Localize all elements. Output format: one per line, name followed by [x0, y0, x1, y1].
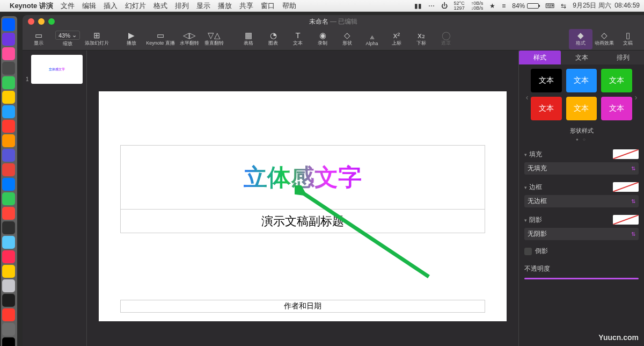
app-name[interactable]: Keynote 讲演 [10, 1, 53, 11]
menu-items: 文件 编辑 插入 幻灯片 格式 排列 显示 播放 共享 窗口 帮助 [61, 1, 296, 11]
tab-arrange[interactable]: 排列 [602, 51, 644, 64]
keyboard-icon[interactable]: ⌨ [545, 2, 554, 10]
fill-preview[interactable] [613, 149, 639, 159]
menu-format[interactable]: 格式 [153, 1, 167, 11]
status-icon[interactable]: ⏻ [441, 2, 448, 10]
border-preview[interactable] [613, 182, 639, 192]
menu-play[interactable]: 播放 [218, 1, 232, 11]
live-button[interactable]: ▭Keynote 直播 [144, 29, 177, 49]
tab-text[interactable]: 文本 [561, 51, 603, 64]
chevron-left-icon[interactable]: ‹ [524, 93, 530, 102]
dock-app-icon[interactable] [2, 62, 15, 75]
document-button[interactable]: ▯文稿 [616, 29, 640, 49]
subscript-button[interactable]: x₂下标 [409, 29, 433, 49]
dock-app-icon[interactable] [2, 134, 15, 147]
reflection-checkbox[interactable] [524, 248, 532, 255]
shape-button[interactable]: ◇形状 [335, 29, 359, 49]
dock-app-icon[interactable] [2, 149, 15, 162]
dock-app-icon[interactable] [2, 91, 15, 104]
shadow-select[interactable]: 无阴影⇅ [524, 228, 639, 240]
dock-app-icon[interactable] [2, 294, 15, 307]
status-icon[interactable]: ⋯ [428, 2, 435, 10]
menu-share[interactable]: 共享 [239, 1, 253, 11]
mac-menubar: Keynote 讲演 文件 编辑 插入 幻灯片 格式 排列 显示 播放 共享 窗… [0, 0, 644, 12]
menu-icon[interactable]: ≡ [502, 2, 506, 10]
slide-navigator[interactable]: 1 立体感文字 [23, 51, 87, 346]
menu-window[interactable]: 窗口 [261, 1, 275, 11]
shape-styles-label: 形状样式 [524, 127, 639, 135]
view-button[interactable]: ▭显示 [27, 29, 50, 49]
tab-style[interactable]: 样式 [519, 51, 561, 64]
dock-app-icon[interactable] [2, 265, 15, 278]
dock-app-icon[interactable] [2, 279, 15, 292]
shadow-section: ▾阴影 无阴影⇅ [524, 215, 639, 240]
title-placeholder[interactable]: 立体感文字 [120, 145, 485, 210]
disclosure-icon[interactable]: ▾ [524, 152, 527, 157]
text-button[interactable]: T文本 [286, 29, 310, 49]
battery-status[interactable]: 84% [512, 2, 539, 10]
chart-button[interactable]: ◔图表 [261, 29, 285, 49]
style-swatch[interactable]: 文本 [566, 97, 597, 120]
menu-help[interactable]: 帮助 [282, 1, 296, 11]
style-swatch[interactable]: 文本 [601, 69, 632, 92]
table-button[interactable]: ▦表格 [237, 29, 260, 49]
title-text[interactable]: 立体感文字 [244, 162, 362, 193]
fill-select[interactable]: 无填充⇅ [524, 162, 639, 175]
style-swatch[interactable]: 文本 [531, 69, 562, 92]
window-title: 未命名 — 已编辑 [23, 17, 644, 26]
chevron-right-icon[interactable]: › [633, 93, 639, 102]
format-button[interactable]: ◆格式 [569, 29, 592, 49]
add-slide-button[interactable]: ⊞添加幻灯片 [85, 29, 109, 49]
menu-file[interactable]: 文件 [61, 1, 75, 11]
flipv-button[interactable]: ▽△垂直翻转 [202, 29, 226, 49]
zoom-button[interactable]: 43% ⌄缩放 [52, 29, 84, 49]
border-select[interactable]: 无边框⇅ [524, 195, 639, 207]
dock-app-icon[interactable] [2, 236, 15, 249]
reflection-row[interactable]: 倒影 [524, 247, 639, 256]
menu-edit[interactable]: 编辑 [82, 1, 96, 11]
slide-canvas[interactable]: 立体感文字 演示文稿副标题 作者和日期 [87, 51, 518, 346]
dock-app-icon[interactable] [2, 250, 15, 263]
dock-app-icon[interactable] [2, 18, 15, 31]
slide-thumbnail[interactable]: 立体感文字 [31, 55, 83, 84]
superscript-button[interactable]: x²上标 [385, 29, 408, 49]
wifi-icon[interactable]: ⇆ [561, 2, 566, 10]
dock-app-icon[interactable] [2, 308, 15, 321]
slide[interactable]: 立体感文字 演示文稿副标题 作者和日期 [99, 91, 507, 321]
menu-insert[interactable]: 插入 [104, 1, 118, 11]
dock-app-icon[interactable] [2, 337, 15, 346]
record-button[interactable]: ◉录制 [311, 29, 334, 49]
shadow-preview[interactable] [613, 215, 639, 225]
clock[interactable]: 9月25日 周六 08:46:59 [573, 1, 640, 10]
status-icon[interactable]: ▮▮ [414, 2, 422, 10]
style-swatch[interactable]: 文本 [566, 69, 597, 92]
dock-app-icon[interactable] [2, 76, 15, 89]
animate-button[interactable]: ◇动画效果 [592, 29, 616, 49]
dock-app-icon[interactable] [2, 323, 15, 336]
border-section: ▾边框 无边框⇅ [524, 182, 639, 207]
play-button[interactable]: ▶播放 [120, 29, 143, 49]
dock-app-icon[interactable] [2, 221, 15, 234]
dock-app-icon[interactable] [2, 163, 15, 176]
dock-app-icon[interactable] [2, 178, 15, 191]
menu-view[interactable]: 显示 [196, 1, 210, 11]
menu-arrange[interactable]: 排列 [175, 1, 189, 11]
opacity-slider[interactable] [524, 278, 639, 279]
star-icon[interactable]: ★ [489, 2, 495, 10]
menu-slide[interactable]: 幻灯片 [125, 1, 146, 11]
fliph-button[interactable]: ◁▷水平翻转 [178, 29, 201, 49]
style-swatch[interactable]: 文本 [601, 97, 632, 120]
dock-app-icon[interactable] [2, 192, 15, 205]
dock-app-icon[interactable] [2, 33, 15, 46]
dock-app-icon[interactable] [2, 47, 15, 60]
disclosure-icon[interactable]: ▾ [524, 185, 527, 190]
footer-placeholder[interactable]: 作者和日期 [120, 300, 485, 313]
subtitle-placeholder[interactable]: 演示文稿副标题 [120, 210, 485, 233]
inspector-tabs: 样式 文本 排列 [519, 51, 644, 64]
alpha-button[interactable]: ⟁Alpha [360, 29, 384, 49]
style-swatch[interactable]: 文本 [531, 97, 562, 120]
dock-app-icon[interactable] [2, 105, 15, 118]
dock-app-icon[interactable] [2, 207, 15, 220]
dock-app-icon[interactable] [2, 120, 15, 133]
disclosure-icon[interactable]: ▾ [524, 218, 527, 223]
